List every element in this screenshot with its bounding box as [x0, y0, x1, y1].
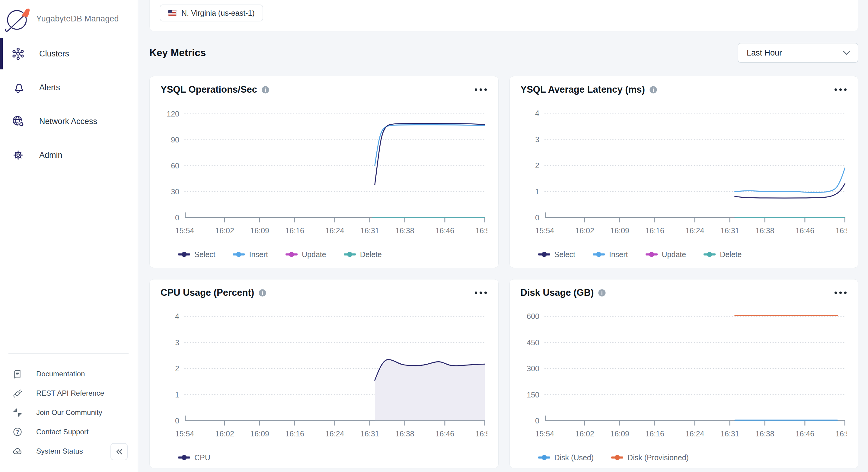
more-menu-icon: [475, 88, 477, 91]
legend-item[interactable]: Disk (Used): [538, 453, 594, 462]
sidebar-link-rest-api-reference[interactable]: REST API Reference: [0, 384, 137, 403]
svg-text:0: 0: [175, 213, 179, 222]
legend-item[interactable]: Insert: [593, 250, 628, 259]
legend-item[interactable]: Disk (Provisioned): [611, 453, 689, 462]
app-root: YugabyteDB Managed Clusters: [0, 0, 868, 472]
svg-text:150: 150: [527, 390, 539, 399]
card-title: YSQL Average Latency (ms): [521, 84, 645, 95]
brand[interactable]: YugabyteDB Managed: [0, 3, 137, 34]
legend-label: Update: [302, 250, 326, 259]
svg-text:16:38: 16:38: [395, 430, 414, 438]
card-title: CPU Usage (Percent): [161, 287, 254, 298]
sidebar-link-label: Documentation: [36, 370, 85, 378]
active-indicator: [0, 38, 3, 69]
more-menu-button[interactable]: [474, 288, 488, 297]
sidebar-item-admin[interactable]: Admin: [0, 138, 137, 172]
legend-marker-icon: [285, 251, 298, 257]
sidebar-item-label: Alerts: [39, 83, 60, 92]
svg-text:16:02: 16:02: [575, 430, 594, 438]
legend-item[interactable]: Update: [285, 250, 326, 259]
sidebar-item-network-access[interactable]: Network Access: [0, 104, 137, 138]
chart-legend: SelectInsertUpdateDelete: [521, 248, 847, 261]
more-menu-icon: [835, 88, 837, 91]
legend-item[interactable]: CPU: [178, 453, 210, 462]
svg-text:16:09: 16:09: [250, 226, 269, 235]
svg-text:16:09: 16:09: [610, 430, 629, 438]
sidebar-link-contact-support[interactable]: ? Contact Support: [0, 422, 137, 442]
metrics-grid: YSQL Operations/Sec 030609012015:5416:02…: [149, 76, 858, 468]
sidebar-item-alerts[interactable]: Alerts: [0, 71, 137, 104]
svg-text:1: 1: [535, 187, 539, 196]
legend-label: Disk (Provisioned): [627, 453, 689, 462]
svg-text:60: 60: [171, 161, 179, 170]
sidebar-link-label: Contact Support: [36, 428, 88, 436]
info-icon[interactable]: [258, 289, 267, 297]
metric-card-disk-usage: Disk Usage (GB) 015030045060015:5416:021…: [509, 279, 859, 468]
sidebar-item-clusters[interactable]: Clusters: [0, 37, 137, 71]
svg-text:4: 4: [535, 109, 539, 117]
legend-marker-icon: [538, 454, 550, 461]
legend-label: Disk (Used): [554, 453, 594, 462]
svg-text:2: 2: [535, 161, 539, 169]
main-content: N. Virginia (us-east-1) Key Metrics Last…: [139, 0, 868, 472]
info-icon[interactable]: [649, 86, 657, 94]
legend-item[interactable]: Delete: [344, 250, 382, 259]
metric-card-ysql-latency: YSQL Average Latency (ms) 0123415:5416:0…: [509, 76, 859, 268]
svg-text:?: ?: [16, 429, 19, 435]
svg-text:120: 120: [166, 109, 179, 118]
svg-text:16:46: 16:46: [795, 430, 814, 438]
svg-text:2: 2: [175, 364, 179, 373]
svg-text:450: 450: [527, 338, 539, 347]
chart-legend: Disk (Used)Disk (Provisioned): [521, 451, 847, 464]
svg-text:16:38: 16:38: [755, 226, 774, 235]
svg-text:16:16: 16:16: [285, 226, 304, 235]
legend-item[interactable]: Insert: [233, 250, 268, 259]
ysql-operations-chart: 030609012015:5416:0216:0916:1616:2416:31…: [161, 100, 488, 246]
legend-item[interactable]: Update: [646, 250, 686, 259]
legend-label: Select: [194, 250, 215, 259]
yugabyte-logo-icon: [4, 5, 31, 32]
svg-text:16:54: 16:54: [475, 226, 487, 235]
svg-text:16:02: 16:02: [215, 226, 234, 235]
svg-text:16:31: 16:31: [720, 226, 739, 235]
svg-text:0: 0: [535, 213, 539, 222]
svg-text:16:31: 16:31: [720, 430, 739, 438]
time-range-value: Last Hour: [747, 48, 843, 58]
svg-text:0: 0: [175, 416, 179, 425]
chevron-down-icon: [843, 51, 850, 55]
svg-text:300: 300: [527, 364, 539, 373]
svg-text:16:09: 16:09: [610, 226, 629, 235]
divider: [8, 353, 129, 354]
sidebar-link-documentation[interactable]: Documentation: [0, 364, 137, 384]
plug-icon: [13, 388, 22, 398]
chart-legend: SelectInsertUpdateDelete: [161, 248, 488, 261]
time-range-select[interactable]: Last Hour: [738, 43, 858, 63]
legend-item[interactable]: Select: [178, 250, 215, 259]
legend-item[interactable]: Delete: [704, 250, 742, 259]
more-menu-button[interactable]: [474, 86, 488, 94]
info-icon[interactable]: [598, 289, 606, 297]
sidebar-item-label: Clusters: [39, 49, 69, 59]
more-menu-button[interactable]: [834, 288, 847, 297]
sidebar-collapse-button[interactable]: [111, 443, 128, 460]
cluster-header-card: N. Virginia (us-east-1): [149, 0, 858, 31]
legend-marker-icon: [538, 251, 550, 257]
metrics-header: Key Metrics Last Hour: [149, 42, 858, 63]
svg-text:16:54: 16:54: [475, 430, 487, 438]
svg-text:30: 30: [171, 187, 179, 196]
svg-text:600: 600: [527, 312, 539, 320]
cloud-status-icon: [13, 446, 22, 456]
legend-marker-icon: [178, 454, 190, 461]
gear-icon: [11, 148, 25, 162]
more-menu-button[interactable]: [834, 86, 847, 94]
svg-text:16:31: 16:31: [360, 430, 379, 438]
svg-text:16:09: 16:09: [250, 430, 269, 438]
svg-text:16:02: 16:02: [575, 226, 594, 235]
us-flag-icon: [168, 10, 177, 16]
info-icon[interactable]: [261, 86, 270, 94]
sidebar-link-join-our-community[interactable]: Join Our Community: [0, 403, 137, 422]
svg-text:16:16: 16:16: [645, 226, 664, 235]
svg-text:90: 90: [171, 135, 179, 144]
legend-item[interactable]: Select: [538, 250, 575, 259]
region-chip[interactable]: N. Virginia (us-east-1): [160, 4, 263, 22]
